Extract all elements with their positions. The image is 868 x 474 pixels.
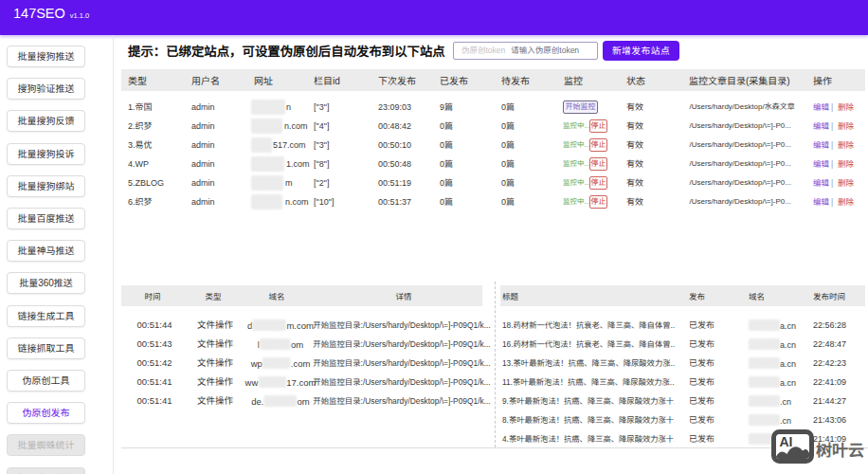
- svg-text:AI: AI: [780, 434, 793, 449]
